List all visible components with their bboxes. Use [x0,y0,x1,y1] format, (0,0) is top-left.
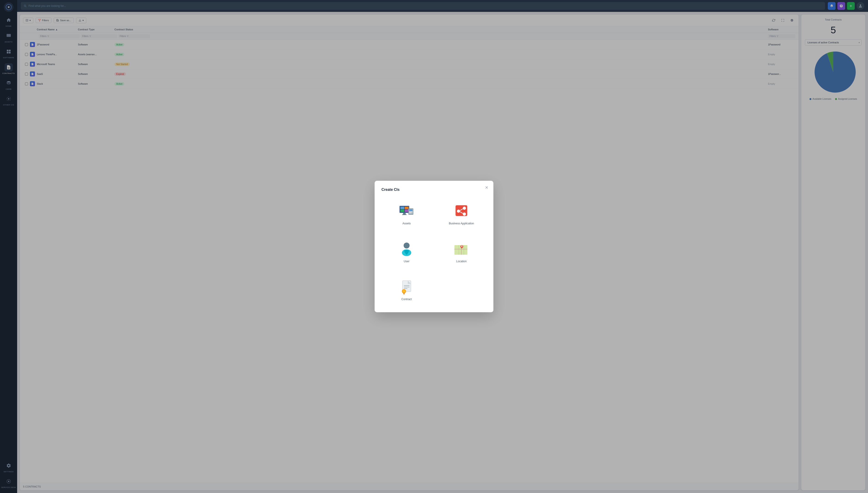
svg-rect-33 [409,213,411,213]
svg-point-35 [463,207,466,210]
svg-point-40 [404,242,410,248]
ci-assets-label: Assets [402,222,411,225]
svg-rect-28 [402,214,407,215]
ci-contract-item[interactable]: Contract [381,274,432,305]
ci-location-label: Location [456,260,467,263]
ci-location-item[interactable]: Location [436,236,487,267]
modal-overlay[interactable]: Create CIs ✕ [0,0,868,493]
svg-point-36 [457,210,460,213]
svg-rect-23 [400,207,404,209]
svg-rect-24 [405,207,408,209]
svg-point-55 [402,290,405,292]
svg-point-37 [463,213,466,216]
ci-assets-icon [398,203,415,219]
ci-user-item[interactable]: User [381,236,432,267]
ci-business-app-icon [453,203,470,219]
ci-user-icon [398,241,415,257]
svg-rect-31 [409,209,413,211]
svg-rect-27 [403,213,406,214]
ci-contract-label: Contract [401,298,412,301]
ci-user-label: User [404,260,409,263]
ci-location-icon [453,241,470,257]
create-cis-modal: Create CIs ✕ [375,181,493,312]
ci-contract-icon [398,279,415,295]
modal-close-btn[interactable]: ✕ [483,185,490,191]
ci-business-app-label: Business Application [449,222,474,225]
svg-rect-32 [409,212,413,212]
svg-point-48 [461,245,462,246]
modal-grid: Assets Business Applicatio [381,198,487,305]
modal-title: Create CIs [381,188,487,192]
svg-rect-25 [400,210,404,212]
ci-assets-item[interactable]: Assets [381,198,432,230]
svg-rect-26 [405,210,408,212]
ci-business-app-item[interactable]: Business Application [436,198,487,230]
